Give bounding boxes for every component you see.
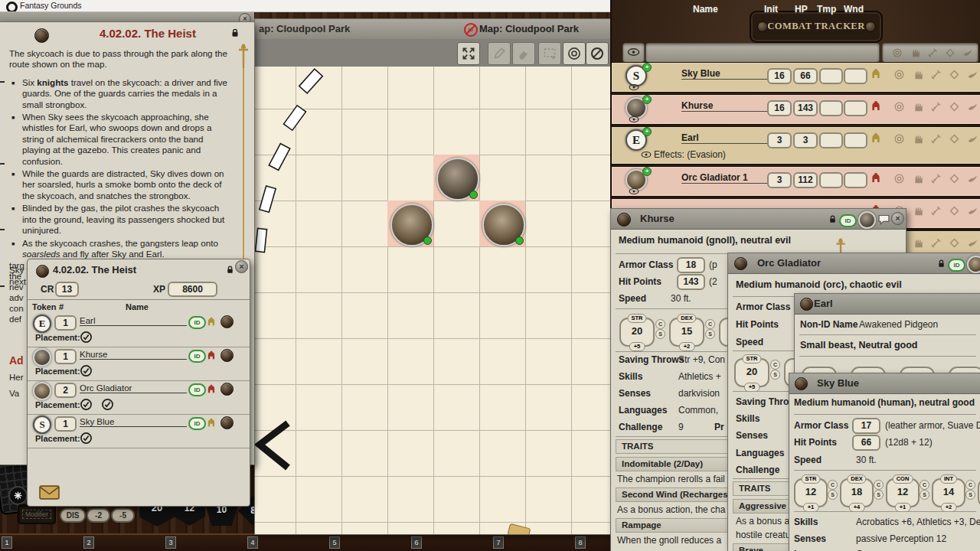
radial-menu-button[interactable] [220,349,234,362]
hotbar-slot-5[interactable]: 5 [329,536,340,549]
earl-titlebar[interactable]: Earl [795,294,980,315]
ac-box[interactable]: 18 [677,257,705,273]
nonid-value[interactable]: Awakened Pidgeon [859,319,938,330]
xp-box[interactable]: 8600 [168,282,217,297]
save-roll-button[interactable]: S [874,490,884,500]
init-box[interactable]: 16 [767,68,792,84]
npc-name[interactable]: Orc Gladiator [80,383,187,393]
id-badge[interactable]: ID [948,259,965,272]
init-box[interactable]: 3 [767,132,792,148]
hide-visibility-button[interactable] [586,42,609,65]
radial-menu-button[interactable] [36,265,49,278]
hand-icon[interactable] [912,205,923,217]
eraser-button[interactable] [512,42,535,65]
khurse-titlebar[interactable]: Khurse ID × [611,209,906,230]
hand-icon[interactable] [912,173,923,184]
tmp-box[interactable] [819,172,843,188]
radial-menu-button[interactable] [220,416,234,429]
id-badge[interactable]: ID [188,350,206,363]
helmet-hostile-icon[interactable] [870,171,882,184]
khurse-token[interactable] [33,348,51,367]
hand-icon[interactable] [912,237,923,249]
effect-icon[interactable] [967,173,978,184]
target-icon[interactable] [893,69,905,80]
tmp-box[interactable] [819,68,843,84]
combat-tracker-plaque[interactable]: COMBAT TRACKER [750,11,883,43]
helmet-hostile-icon[interactable] [206,350,217,360]
id-badge[interactable]: ID [188,417,206,430]
id-badge[interactable]: ID [839,214,857,227]
helmet-friendly-icon[interactable] [870,67,882,80]
target-button[interactable] [563,42,586,65]
eye-icon[interactable] [629,83,639,91]
tracker-row[interactable]: S + Sky Blue 16 66 [612,62,980,93]
eye-icon[interactable] [629,187,639,195]
story-scrollbar[interactable] [243,48,244,259]
hotbar-slot-6[interactable]: 6 [411,536,422,549]
tracker-row[interactable]: E + Earl 3 3 Effects: (Evasion) [612,126,980,165]
check-roll-button[interactable]: C [655,319,665,329]
npc-name[interactable]: Sky Blue [80,417,187,427]
str-ability-block[interactable]: STR 12 +1 [794,478,828,507]
combatant-name[interactable]: Sky Blue [681,68,767,80]
attack-icon[interactable] [930,133,942,145]
placement-check-icon[interactable] [80,432,93,445]
save-roll-button[interactable]: S [655,329,665,339]
hp-box[interactable]: 66 [793,68,818,84]
save-roll-button[interactable]: S [965,490,975,500]
hp-box[interactable]: 66 [852,435,880,451]
story-radial-button[interactable] [34,28,49,43]
hand-icon[interactable] [912,101,923,112]
combatant-name[interactable]: Orc Gladiator 1 [681,172,767,184]
radial-menu-button[interactable] [800,298,813,311]
lock-icon[interactable] [225,265,235,275]
id-badge[interactable]: ID [188,316,206,329]
combatant-name[interactable]: Khurse [681,100,767,112]
damage-icon[interactable] [949,205,960,217]
init-box[interactable]: 16 [767,100,792,116]
id-badge[interactable]: ID [188,383,206,396]
hotbar-slot-8[interactable]: 8 [575,536,586,549]
con-ability-block[interactable]: CON 12 +1 [886,478,920,507]
placement-check-icon[interactable] [101,398,114,411]
helmet-hostile-icon[interactable] [206,383,217,394]
damage-icon[interactable] [949,133,960,145]
expand-button[interactable] [457,42,480,65]
wnd-box[interactable] [844,172,867,188]
radial-menu-button[interactable] [617,213,631,227]
int-ability-block[interactable]: INT 14 +2 [932,478,965,507]
hotbar-slot-4[interactable]: 4 [247,536,258,549]
hp-box[interactable]: 143 [793,100,818,116]
lock-icon[interactable] [828,214,838,224]
target-icon[interactable] [893,133,905,145]
hp-box[interactable]: 3 [793,132,818,148]
map-titlebar[interactable]: ap: Cloudpool Park ID Map: Cloudpool Par… [255,19,611,40]
chat-bubble-icon[interactable] [877,213,890,226]
wnd-box[interactable] [844,100,867,116]
sky-blue-titlebar[interactable]: Sky Blue [789,373,980,394]
cr-box[interactable]: 13 [55,282,79,297]
orc-titlebar[interactable]: Orc Gladiator ID [728,253,980,274]
combatant-name[interactable]: Earl [681,132,767,144]
eye-icon[interactable] [641,151,652,158]
save-roll-button[interactable]: S [920,490,929,500]
lock-icon[interactable] [936,259,946,269]
target-icon[interactable] [893,173,905,184]
earl-token[interactable]: E [33,315,51,333]
attack-icon[interactable] [930,205,942,217]
count-box[interactable]: 2 [54,383,77,398]
tracker-row[interactable]: + Khurse 16 143 [612,94,980,126]
wnd-box[interactable] [844,68,867,84]
visibility-toggle[interactable] [622,43,645,63]
portrait-icon[interactable] [858,211,876,229]
minus2-button[interactable]: -2 [87,508,110,523]
target-icon[interactable] [893,101,905,112]
tmp-box[interactable] [819,100,843,116]
str-ability-block[interactable]: STR 20 +5 [619,318,655,347]
tracker-row[interactable]: + Orc Gladiator 1 3 112 [612,166,980,197]
hotbar-slot-3[interactable]: 3 [165,536,176,549]
modifier-box[interactable]: Modifier [18,504,56,524]
hand-icon[interactable] [912,133,923,145]
select-lasso-button[interactable] [538,42,561,65]
effect-icon[interactable] [967,237,978,249]
